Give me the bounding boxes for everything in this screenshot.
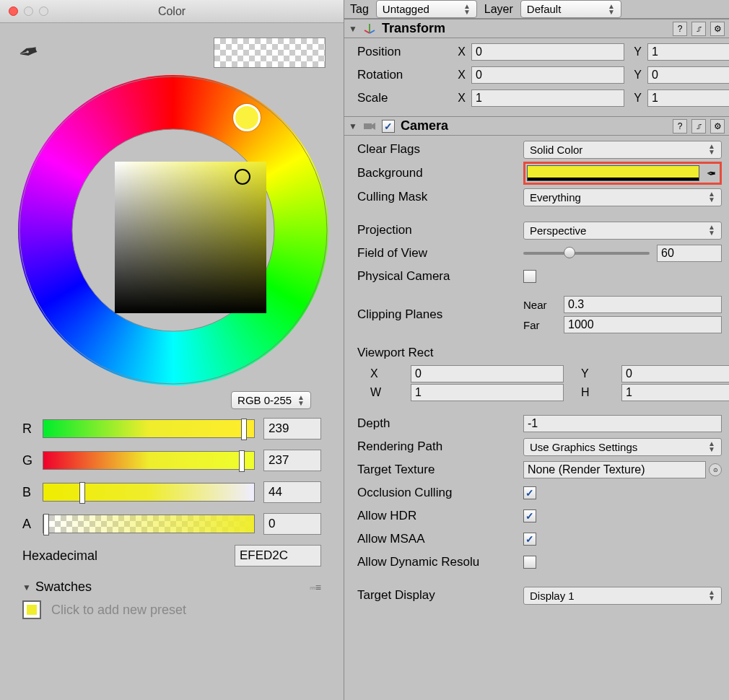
inspector-panel: Tag Untagged Layer Default ▼ Transform ?… bbox=[344, 0, 729, 700]
color-mode-label: RGB 0-255 bbox=[237, 394, 292, 406]
tag-label: Tag bbox=[350, 3, 369, 16]
preset-icon[interactable]: ⎎ bbox=[691, 22, 706, 36]
svg-line-5 bbox=[364, 30, 370, 33]
transform-header[interactable]: ▼ Transform ? ⎎ ⚙ bbox=[344, 19, 729, 38]
projection-dropdown[interactable]: Perspective bbox=[523, 222, 722, 240]
a-label: A bbox=[22, 517, 43, 532]
background-color-field[interactable] bbox=[527, 165, 699, 181]
background-label: Background bbox=[357, 166, 523, 180]
current-color-swatch bbox=[214, 38, 326, 68]
chevron-down-icon[interactable]: ▼ bbox=[349, 121, 357, 131]
chevron-updown-icon bbox=[708, 441, 715, 452]
position-x-input[interactable] bbox=[471, 43, 624, 61]
target-texture-label: Target Texture bbox=[357, 463, 523, 477]
fov-input[interactable] bbox=[657, 245, 722, 262]
add-preset-hint: Click to add new preset bbox=[51, 603, 186, 618]
allow-hdr-checkbox[interactable] bbox=[523, 509, 536, 522]
rendering-path-label: Rendering Path bbox=[357, 439, 523, 454]
depth-label: Depth bbox=[357, 416, 523, 431]
chevron-updown-icon bbox=[708, 144, 715, 155]
hex-label: Hexadecimal bbox=[22, 548, 235, 564]
scale-x-input[interactable] bbox=[471, 89, 624, 107]
gear-icon[interactable]: ⚙ bbox=[710, 119, 725, 134]
allow-dynamic-res-checkbox[interactable] bbox=[523, 556, 536, 569]
chevron-updown-icon bbox=[708, 590, 715, 601]
b-label: B bbox=[22, 485, 43, 500]
fov-slider[interactable] bbox=[523, 252, 650, 255]
chevron-updown-icon bbox=[608, 4, 615, 15]
add-preset-button[interactable] bbox=[22, 600, 41, 619]
chevron-updown-icon bbox=[708, 224, 715, 236]
layer-label: Layer bbox=[484, 3, 513, 16]
allow-msaa-checkbox[interactable] bbox=[523, 533, 536, 546]
physical-camera-label: Physical Camera bbox=[357, 269, 523, 284]
position-label: Position bbox=[357, 45, 451, 59]
g-input[interactable] bbox=[263, 450, 321, 471]
hue-thumb[interactable] bbox=[233, 104, 261, 131]
rotation-x-input[interactable] bbox=[471, 66, 624, 84]
color-wheel[interactable] bbox=[18, 75, 328, 385]
far-label: Far bbox=[523, 319, 564, 331]
scale-y-input[interactable] bbox=[647, 89, 729, 107]
clipping-planes-label: Clipping Planes bbox=[357, 307, 523, 322]
viewport-y-input[interactable] bbox=[621, 365, 729, 382]
swatches-menu-icon[interactable]: ⎓≡ bbox=[310, 582, 321, 593]
color-picker-window: Color ✒ R bbox=[0, 0, 344, 700]
svg-marker-8 bbox=[372, 123, 375, 130]
tag-layer-bar: Tag Untagged Layer Default bbox=[344, 0, 729, 19]
near-label: Near bbox=[523, 299, 564, 311]
position-y-input[interactable] bbox=[647, 43, 729, 61]
rendering-path-dropdown[interactable]: Use Graphics Settings bbox=[523, 438, 722, 456]
a-slider[interactable] bbox=[43, 515, 255, 533]
window-title: Color bbox=[0, 5, 344, 18]
allow-dynamic-res-label: Allow Dynamic Resolu bbox=[357, 555, 523, 569]
swatches-foldout[interactable]: ▼ Swatches ⎓≡ bbox=[22, 579, 321, 595]
object-picker-icon[interactable]: ⊙ bbox=[709, 463, 722, 476]
a-input[interactable] bbox=[263, 513, 321, 535]
viewport-w-input[interactable] bbox=[411, 384, 564, 401]
preset-icon[interactable]: ⎎ bbox=[691, 119, 706, 134]
physical-camera-checkbox[interactable] bbox=[523, 270, 536, 283]
depth-input[interactable] bbox=[523, 415, 722, 432]
svg-rect-7 bbox=[364, 123, 372, 129]
occlusion-culling-checkbox[interactable] bbox=[523, 486, 536, 499]
target-display-dropdown[interactable]: Display 1 bbox=[523, 587, 722, 605]
fov-label: Field of View bbox=[357, 246, 523, 261]
window-titlebar[interactable]: Color bbox=[0, 0, 344, 23]
g-label: G bbox=[22, 453, 43, 468]
eyedropper-icon[interactable]: ✒ bbox=[14, 35, 41, 69]
chevron-down-icon: ▼ bbox=[22, 582, 31, 592]
hex-input[interactable] bbox=[235, 545, 321, 566]
chevron-updown-icon bbox=[297, 395, 305, 406]
culling-mask-label: Culling Mask bbox=[357, 190, 523, 204]
chevron-down-icon[interactable]: ▼ bbox=[349, 24, 357, 34]
near-input[interactable] bbox=[564, 296, 722, 313]
r-slider[interactable] bbox=[43, 419, 255, 438]
clear-flags-dropdown[interactable]: Solid Color bbox=[523, 141, 722, 159]
camera-title: Camera bbox=[401, 118, 667, 134]
tag-dropdown[interactable]: Untagged bbox=[376, 0, 477, 18]
viewport-x-input[interactable] bbox=[411, 365, 564, 382]
camera-enable-checkbox[interactable] bbox=[382, 120, 395, 133]
camera-header[interactable]: ▼ Camera ? ⎎ ⚙ bbox=[344, 116, 729, 136]
layer-dropdown[interactable]: Default bbox=[520, 0, 621, 18]
rotation-y-input[interactable] bbox=[647, 66, 729, 84]
help-icon[interactable]: ? bbox=[673, 22, 687, 36]
g-slider[interactable] bbox=[43, 451, 255, 470]
viewport-h-input[interactable] bbox=[621, 384, 729, 401]
gear-icon[interactable]: ⚙ bbox=[710, 22, 725, 36]
b-input[interactable] bbox=[263, 481, 321, 503]
allow-hdr-label: Allow HDR bbox=[357, 509, 523, 523]
color-mode-dropdown[interactable]: RGB 0-255 bbox=[231, 391, 311, 409]
b-slider[interactable] bbox=[43, 483, 255, 502]
sv-thumb[interactable] bbox=[235, 169, 250, 185]
saturation-value-box[interactable] bbox=[115, 162, 266, 313]
r-input[interactable] bbox=[263, 418, 321, 439]
help-icon[interactable]: ? bbox=[673, 119, 687, 134]
rotation-label: Rotation bbox=[357, 68, 451, 82]
eyedropper-icon[interactable]: ✒ bbox=[704, 166, 718, 180]
target-texture-field[interactable] bbox=[523, 461, 706, 478]
culling-mask-dropdown[interactable]: Everything bbox=[523, 188, 722, 206]
chevron-updown-icon bbox=[463, 4, 471, 15]
far-input[interactable] bbox=[564, 316, 722, 333]
